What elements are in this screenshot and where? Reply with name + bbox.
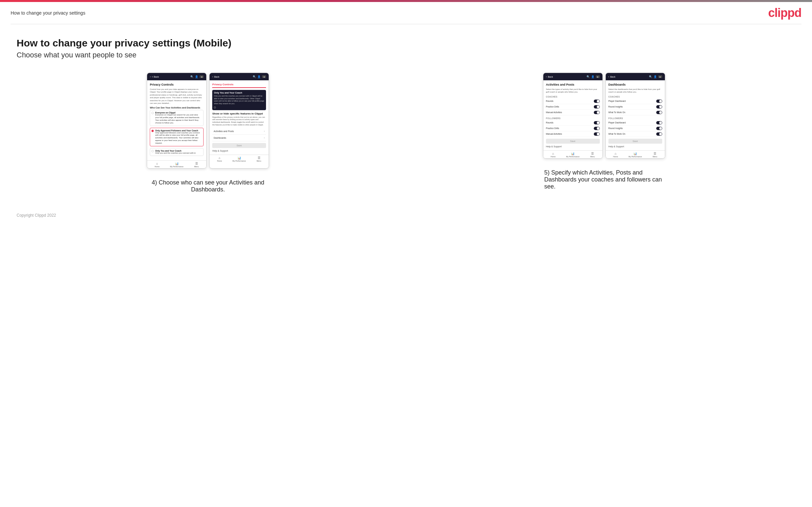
caption-4: 4) Choose who can see your Activities an… [148, 174, 268, 193]
popup-title: Only You and Your Coach [214, 92, 264, 94]
followers-drills-row: Practice Drills [546, 126, 600, 131]
nav-menu-4[interactable]: ☰ Menu [645, 152, 665, 158]
coaches-label-4: COACHES [608, 96, 662, 98]
home-icon-2: ⌂ [218, 156, 220, 160]
coaches-player-dash-toggle[interactable] [656, 100, 662, 103]
nav-home-2[interactable]: ⌂ Home [210, 156, 229, 162]
activities-label: Activities and Posts [213, 130, 234, 132]
nav-menu[interactable]: ☰ Menu [187, 162, 206, 168]
nav-performance-3[interactable]: 📊 My Performance [563, 152, 582, 158]
caption-5: 5) Specify which Activities, Posts and D… [544, 164, 664, 190]
followers-player-dash-row: Player Dashboard [608, 120, 662, 126]
option-approved-text: Only approved followers and coaches you … [155, 132, 202, 145]
menu-icon[interactable]: ⊕ [200, 75, 204, 78]
nav-menu-label-4: Menu [653, 156, 657, 158]
logo: clippd [768, 6, 801, 20]
menu-bars-icon-3: ☰ [591, 152, 594, 155]
privacy-body: Control how you and your data appears to… [150, 88, 204, 105]
coaches-what-to-work-toggle[interactable] [656, 111, 662, 114]
followers-drills-toggle[interactable] [594, 127, 600, 130]
save-button-4[interactable]: Save [608, 139, 662, 144]
screen1-content: Privacy Controls Control how you and you… [147, 80, 206, 160]
dashboards-chevron: › [264, 136, 265, 139]
search-icon-2[interactable]: 🔍 [253, 75, 256, 78]
dashboards-nav-item[interactable]: Dashboards › [212, 135, 266, 142]
radio-approved [151, 130, 154, 132]
activities-nav-item[interactable]: Activities and Posts › [212, 128, 266, 135]
screen-3: ‹ Back 🔍 👤 ⊕ Activities and Posts Select… [543, 73, 603, 159]
followers-manual-row: Manual Activities [546, 131, 600, 137]
nav-menu-2[interactable]: ☰ Menu [249, 156, 269, 162]
coaches-manual-toggle[interactable] [594, 111, 600, 114]
coaches-round-insights-row: Round Insights [608, 104, 662, 110]
screen4-bottom-nav: ⌂ Home 📊 My Performance ☰ Menu [606, 150, 665, 158]
nav-perf-label: My Performance [170, 166, 183, 168]
popup-body: Only you and the coaches you connect wit… [214, 95, 264, 105]
profile-icon-4[interactable]: 👤 [654, 75, 657, 78]
followers-rounds-toggle[interactable] [594, 121, 600, 124]
nav-performance-4[interactable]: 📊 My Performance [625, 152, 645, 158]
save-button-2[interactable]: Save [212, 143, 266, 148]
followers-what-to-work-toggle[interactable] [656, 132, 662, 136]
coaches-drills-toggle[interactable] [594, 105, 600, 109]
search-icon-3[interactable]: 🔍 [587, 75, 590, 78]
profile-icon[interactable]: 👤 [195, 75, 198, 78]
followers-manual-toggle[interactable] [594, 132, 600, 136]
nav-performance[interactable]: 📊 My Performance [167, 162, 187, 168]
coaches-rounds-toggle[interactable] [594, 100, 600, 103]
search-icon-4[interactable]: 🔍 [649, 75, 652, 78]
followers-player-dash-toggle[interactable] [656, 121, 662, 124]
coaches-what-to-work-row: What To Work On [608, 110, 662, 115]
nav-menu-3[interactable]: ☰ Menu [582, 152, 602, 158]
nav-home[interactable]: ⌂ Home [147, 162, 167, 168]
back-label-3[interactable]: Back [548, 76, 553, 78]
caption-4-text: 4) Choose who can see your Activities an… [148, 179, 268, 193]
followers-round-insights-toggle[interactable] [656, 127, 662, 130]
option-only-you[interactable]: Only You and Your Coach Only you and the… [150, 148, 204, 156]
nav-perf-label-3: My Performance [566, 156, 579, 158]
radio-everyone [151, 112, 154, 114]
coaches-rounds-row: Rounds [546, 99, 600, 104]
nav-perf-label-4: My Performance [629, 156, 642, 158]
popup-radio [214, 106, 264, 109]
screen1-header: ‹ < Back 🔍 👤 ⊕ [147, 73, 206, 80]
caption-5-text: 5) Specify which Activities, Posts and D… [544, 169, 664, 190]
back-chevron-4: ‹ [608, 75, 609, 78]
nav-home-4[interactable]: ⌂ Home [606, 152, 625, 158]
back-chevron: ‹ [150, 75, 151, 78]
tab-label[interactable]: Privacy Controls [212, 83, 234, 86]
menu-icon-4[interactable]: ⊕ [658, 75, 662, 78]
back-label-2[interactable]: Back [214, 76, 219, 78]
copyright: Copyright Clippd 2022 [16, 213, 796, 218]
back-label[interactable]: < Back [152, 76, 159, 78]
coaches-player-dash-label: Player Dashboard [608, 100, 626, 102]
coaches-drills-label: Practice Drills [546, 106, 559, 108]
search-icon[interactable]: 🔍 [190, 75, 194, 78]
option-approved[interactable]: Only Approved Followers and Your Coach O… [150, 128, 204, 146]
profile-icon-2[interactable]: 👤 [257, 75, 261, 78]
nav-home-3[interactable]: ⌂ Home [543, 152, 563, 158]
profile-icon-3[interactable]: 👤 [591, 75, 595, 78]
chart-icon-4: 📊 [633, 152, 637, 155]
option-everyone[interactable]: Everyone on Clippd Everyone on Clippd ca… [150, 110, 204, 126]
coaches-manual-row: Manual Activities [546, 110, 600, 115]
dashboards-label: Dashboards [213, 137, 226, 139]
nav-performance-2[interactable]: 📊 My Performance [230, 156, 249, 162]
nav-home-label-2: Home [217, 160, 222, 162]
breadcrumb: How to change your privacy settings [11, 10, 85, 16]
back-label-4[interactable]: Back [610, 76, 615, 78]
followers-round-insights-label: Round Insights [608, 127, 623, 129]
who-can-see-label: Who Can See Your Activities and Dashboar… [150, 107, 204, 109]
coaches-round-insights-toggle[interactable] [656, 105, 662, 109]
screen-2: ‹ Back 🔍 👤 ⊕ Privacy Controls [209, 73, 269, 169]
save-button-3[interactable]: Save [546, 139, 600, 144]
coaches-drills-row: Practice Drills [546, 104, 600, 110]
dashboards-title: Dashboards [608, 83, 662, 86]
menu-icon-2[interactable]: ⊕ [262, 75, 266, 78]
menu-icon-3[interactable]: ⊕ [596, 75, 600, 78]
nav-menu-label-3: Menu [590, 156, 595, 158]
option-only-you-label: Only You and Your Coach [155, 150, 196, 152]
chart-icon-2: 📊 [238, 156, 241, 160]
help-label-3: Help & Support [546, 145, 600, 148]
coaches-manual-label: Manual Activities [546, 111, 562, 113]
